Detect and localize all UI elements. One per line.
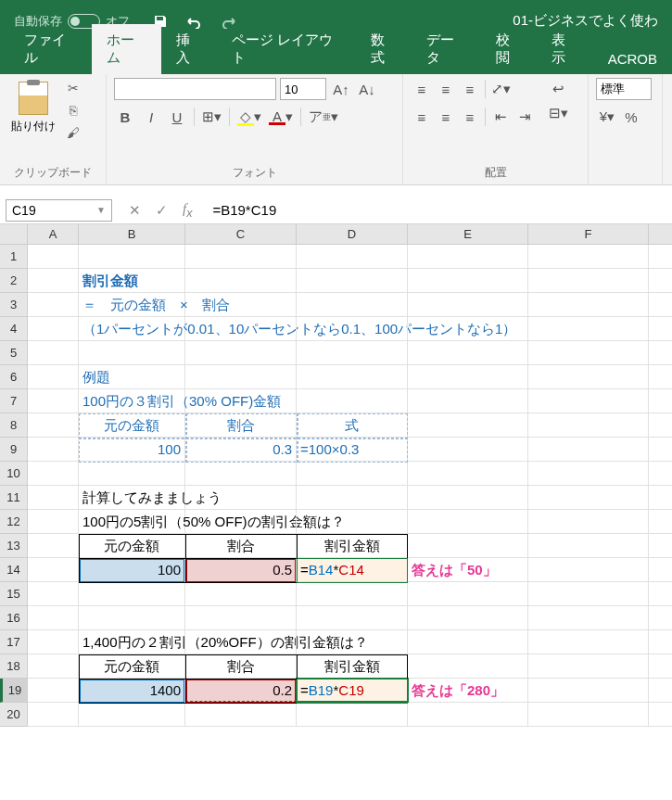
underline-button[interactable]: U [166,106,188,128]
cell-C18[interactable]: 割合 [185,654,297,678]
increase-indent-icon[interactable]: ⇥ [514,106,536,128]
row-header[interactable]: 11 [0,486,27,510]
col-header-F[interactable]: F [528,224,649,244]
tab-page-layout[interactable]: ページ レイアウト [217,24,356,74]
cell-B11[interactable]: 計算してみまましょう [79,486,185,509]
cell-D19[interactable]: =B19*C19 [297,679,408,702]
currency-icon[interactable]: ¥▾ [596,106,618,128]
row-header[interactable]: 8 [0,413,27,438]
tab-home[interactable]: ホーム [92,24,161,74]
align-center-icon[interactable]: ≡ [435,106,457,128]
row-header[interactable]: 20 [0,703,27,727]
merge-cells-icon[interactable]: ⊟▾ [547,102,570,124]
cell-D8[interactable]: 式 [297,413,408,437]
align-bottom-icon[interactable]: ≡ [459,78,481,100]
align-left-icon[interactable]: ≡ [411,106,433,128]
tab-view[interactable]: 表示 [537,24,592,74]
paste-button[interactable]: 貼り付け [7,78,59,138]
row-header[interactable]: 2 [0,269,27,293]
name-box[interactable]: ▼ [6,199,112,222]
cell-C19[interactable]: 0.2 [185,679,297,702]
col-header-A[interactable]: A [28,224,79,244]
cell-D13[interactable]: 割引金額 [297,534,408,557]
copy-icon[interactable]: ⎘ [63,100,83,121]
select-all-corner[interactable] [0,224,28,244]
cell-C8[interactable]: 割合 [185,413,297,437]
tab-review[interactable]: 校閲 [481,24,537,74]
cell-B19[interactable]: 1400 [79,679,185,702]
cell-B4[interactable]: （1パーセントが0.01、10パーセントなら0.1、100パーセントなら1） [79,317,185,340]
tab-acrobat[interactable]: ACROB [593,44,672,74]
row-header[interactable]: 12 [0,510,27,534]
cancel-icon[interactable]: ✕ [129,202,141,219]
font-name-select[interactable] [114,78,276,100]
row-header[interactable]: 15 [0,582,27,606]
number-format-select[interactable]: 標準 [596,78,652,100]
row-header[interactable]: 19 [0,679,27,703]
border-button[interactable]: ⊞▾ [200,106,223,128]
cut-icon[interactable]: ✂ [63,78,83,98]
formula-input[interactable] [209,202,672,218]
bold-button[interactable]: B [114,106,136,128]
row-header[interactable]: 6 [0,365,27,389]
cell-D9[interactable]: =100×0.3 [297,438,408,461]
format-painter-icon[interactable]: 🖌 [63,122,83,143]
cell-C13[interactable]: 割合 [185,534,297,557]
decrease-indent-icon[interactable]: ⇤ [489,106,512,128]
row-header[interactable]: 17 [0,630,27,654]
cell-D14[interactable]: =B14*C14 [297,558,408,581]
tab-formulas[interactable]: 数式 [356,24,412,74]
cell-D18[interactable]: 割引金額 [297,654,408,678]
col-header-E[interactable]: E [408,224,528,244]
cell-B2[interactable]: 割引金額 [79,269,185,292]
cells-area[interactable]: 割引金額 ＝ 元の金額 × 割合 （1パーセントが0.01、10パーセントなら0… [28,245,672,727]
col-header-B[interactable]: B [79,224,185,244]
cell-B13[interactable]: 元の金額 [79,534,185,557]
row-header[interactable]: 4 [0,317,27,341]
phonetic-button[interactable]: ア亜▾ [307,106,340,128]
row-header[interactable]: 7 [0,389,27,413]
font-color-button[interactable]: A▾ [267,106,295,128]
cell-B7[interactable]: 100円の３割引（30% OFF)金額 [79,389,185,413]
row-header[interactable]: 1 [0,245,27,269]
cell-B12[interactable]: 100円の5割引（50% OFF)の割引金額は？ [79,510,185,533]
tab-insert[interactable]: 挿入 [161,24,217,74]
col-header-D[interactable]: D [297,224,408,244]
cell-C14[interactable]: 0.5 [185,558,297,581]
row-header[interactable]: 10 [0,462,27,486]
cell-B18[interactable]: 元の金額 [79,654,185,678]
cell-E14[interactable]: 答えは「50」 [408,558,528,581]
increase-font-icon[interactable]: A↑ [330,78,352,100]
name-box-input[interactable] [12,203,77,218]
align-middle-icon[interactable]: ≡ [435,78,457,100]
cell-B6[interactable]: 例題 [79,365,185,388]
cell-B14[interactable]: 100 [79,558,185,581]
enter-icon[interactable]: ✓ [156,202,168,219]
col-header-C[interactable]: C [185,224,297,244]
row-header[interactable]: 18 [0,654,27,679]
align-right-icon[interactable]: ≡ [459,106,481,128]
row-header[interactable]: 16 [0,606,27,630]
align-top-icon[interactable]: ≡ [411,78,433,100]
row-header[interactable]: 3 [0,293,27,317]
orientation-icon[interactable]: ⤢▾ [489,78,513,100]
name-box-dropdown-icon[interactable]: ▼ [96,205,106,215]
cell-B3[interactable]: ＝ 元の金額 × 割合 [79,293,185,316]
wrap-text-icon[interactable]: ↩ [547,78,570,100]
italic-button[interactable]: I [140,106,162,128]
cell-B8[interactable]: 元の金額 [79,413,185,437]
cell-C9[interactable]: 0.3 [185,438,297,461]
font-size-select[interactable] [280,78,326,100]
cell-E19[interactable]: 答えは「280」 [408,679,528,702]
tab-data[interactable]: データ [412,24,481,74]
row-header[interactable]: 14 [0,558,27,582]
percent-icon[interactable]: % [620,106,642,128]
row-header[interactable]: 5 [0,341,27,365]
tab-file[interactable]: ファイル [9,24,92,74]
cell-B9[interactable]: 100 [79,438,185,461]
row-header[interactable]: 13 [0,534,27,558]
fx-icon[interactable]: fx [183,201,192,220]
decrease-font-icon[interactable]: A↓ [356,78,378,100]
row-header[interactable]: 9 [0,438,27,462]
fill-color-button[interactable]: ◇▾ [235,106,263,128]
